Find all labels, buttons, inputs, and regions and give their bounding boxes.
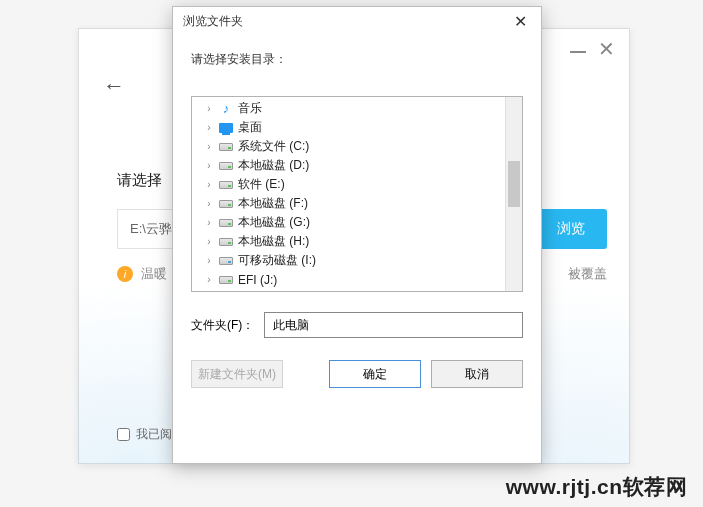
tree-item[interactable]: ›软件 (E:)	[196, 175, 522, 194]
tree-item[interactable]: ›桌面	[196, 118, 522, 137]
rem-icon	[218, 254, 234, 268]
dialog-close-icon[interactable]: ✕	[510, 12, 531, 31]
expand-caret-icon[interactable]: ›	[204, 103, 214, 114]
dialog-button-row: 新建文件夹(M) 确定 取消	[191, 360, 523, 388]
scrollbar-thumb[interactable]	[508, 161, 520, 207]
tree-item-label: 本地磁盘 (D:)	[238, 157, 309, 174]
tree-item-label: 表	[238, 290, 250, 292]
tree-item[interactable]: ›本地磁盘 (F:)	[196, 194, 522, 213]
tree-scrollbar[interactable]	[505, 97, 522, 291]
tree-item-label: EFI (J:)	[238, 273, 277, 287]
cancel-button[interactable]: 取消	[431, 360, 523, 388]
browse-folder-dialog: 浏览文件夹 ✕ 请选择安装目录： ›♪音乐›桌面›系统文件 (C:)›本地磁盘 …	[172, 6, 542, 464]
tree-item[interactable]: ›EFI (J:)	[196, 270, 522, 289]
close-button[interactable]: ✕	[598, 39, 615, 59]
expand-caret-icon[interactable]: ›	[204, 179, 214, 190]
tree-item[interactable]: ›表	[196, 289, 522, 292]
drive-icon	[218, 235, 234, 249]
drive-icon	[218, 273, 234, 287]
expand-caret-icon[interactable]: ›	[204, 198, 214, 209]
tree-item[interactable]: ›系统文件 (C:)	[196, 137, 522, 156]
drive-icon	[218, 178, 234, 192]
drive-icon	[218, 197, 234, 211]
folder-label: 文件夹(F)：	[191, 317, 254, 334]
tree-item[interactable]: ›本地磁盘 (D:)	[196, 156, 522, 175]
tree-item[interactable]: ›可移动磁盘 (I:)	[196, 251, 522, 270]
expand-caret-icon[interactable]: ›	[204, 122, 214, 133]
select-label: 请选择	[117, 171, 162, 190]
minimize-button[interactable]	[570, 51, 586, 53]
drive-icon	[218, 159, 234, 173]
expand-caret-icon[interactable]: ›	[204, 160, 214, 171]
ok-button[interactable]: 确定	[329, 360, 421, 388]
warning-text-right: 被覆盖	[568, 265, 607, 283]
watermark: www.rjtj.cn软荐网	[506, 473, 687, 501]
new-folder-button[interactable]: 新建文件夹(M)	[191, 360, 283, 388]
warning-text-left: 温暖	[141, 265, 167, 283]
tree-item[interactable]: ›本地磁盘 (G:)	[196, 213, 522, 232]
tree-item-label: 音乐	[238, 100, 262, 117]
tree-item-label: 本地磁盘 (G:)	[238, 214, 310, 231]
browse-button[interactable]: 浏览	[535, 209, 607, 249]
music-icon: ♪	[218, 102, 234, 116]
back-arrow-icon[interactable]: ←	[103, 73, 125, 99]
folder-input[interactable]	[264, 312, 523, 338]
expand-caret-icon[interactable]: ›	[204, 255, 214, 266]
drive-icon	[218, 216, 234, 230]
agree-row[interactable]: 我已阅	[117, 426, 172, 443]
tree-item-label: 桌面	[238, 119, 262, 136]
expand-caret-icon[interactable]: ›	[204, 217, 214, 228]
tree-item-label: 本地磁盘 (H:)	[238, 233, 309, 250]
warning-left: i 温暖	[117, 265, 167, 283]
expand-caret-icon[interactable]: ›	[204, 141, 214, 152]
agree-label: 我已阅	[136, 426, 172, 443]
drive-icon	[218, 140, 234, 154]
expand-caret-icon[interactable]: ›	[204, 236, 214, 247]
tree-item-label: 系统文件 (C:)	[238, 138, 309, 155]
warning-icon: i	[117, 266, 133, 282]
dialog-instruction: 请选择安装目录：	[173, 37, 541, 68]
desk-icon	[218, 121, 234, 135]
parent-titlebar: ✕	[570, 39, 615, 59]
dialog-titlebar: 浏览文件夹 ✕	[173, 7, 541, 37]
tree-item[interactable]: ›♪音乐	[196, 99, 522, 118]
expand-caret-icon[interactable]: ›	[204, 274, 214, 285]
agree-checkbox[interactable]	[117, 428, 130, 441]
tree-item[interactable]: ›本地磁盘 (H:)	[196, 232, 522, 251]
tree-item-label: 软件 (E:)	[238, 176, 285, 193]
tree-item-label: 本地磁盘 (F:)	[238, 195, 308, 212]
folder-tree: ›♪音乐›桌面›系统文件 (C:)›本地磁盘 (D:)›软件 (E:)›本地磁盘…	[191, 96, 523, 292]
tree-item-label: 可移动磁盘 (I:)	[238, 252, 316, 269]
dialog-title: 浏览文件夹	[183, 13, 243, 30]
fold-icon	[218, 292, 234, 293]
folder-row: 文件夹(F)：	[191, 312, 523, 338]
